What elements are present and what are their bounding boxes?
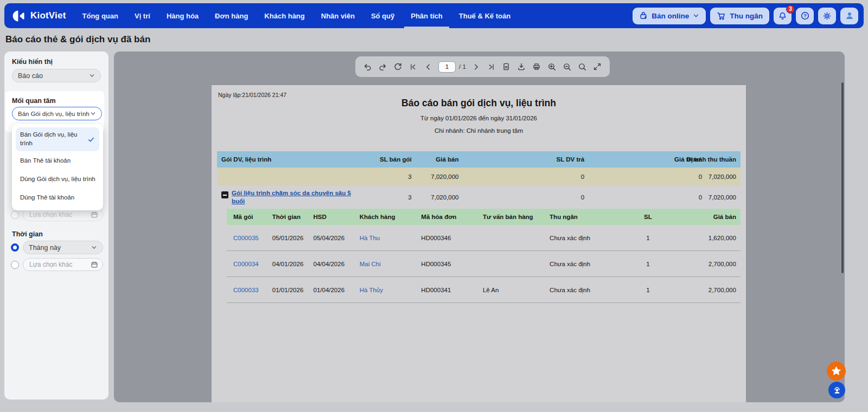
chevron-down-icon bbox=[90, 111, 96, 117]
cell: HD000341 bbox=[417, 287, 478, 293]
notifications-button[interactable]: 3 bbox=[774, 8, 792, 24]
report-branch: Chi nhánh: Chi nhánh trung tâm bbox=[212, 127, 746, 134]
header-cell: SL bán gói bbox=[363, 156, 416, 163]
nav-item-hang-hoa[interactable]: Hàng hóa bbox=[167, 3, 199, 28]
calendar-icon bbox=[91, 211, 98, 218]
nav-item-khach-hang[interactable]: Khách hàng bbox=[264, 3, 304, 28]
download-icon[interactable] bbox=[515, 59, 528, 75]
concern-select[interactable]: Bán Gói dịch vụ, liệu trình bbox=[12, 107, 102, 120]
account-button[interactable] bbox=[840, 8, 858, 24]
search-icon[interactable] bbox=[576, 59, 589, 75]
cart-icon bbox=[717, 11, 726, 21]
collapse-group-icon[interactable] bbox=[221, 191, 228, 198]
group-link[interactable]: Gói liệu trình chăm sóc da chuyên sâu 5 … bbox=[232, 189, 359, 205]
time-preset-value: Tháng này bbox=[29, 244, 61, 252]
customer-link[interactable]: Hà Thủy bbox=[355, 287, 417, 293]
cell: 2,700,000 bbox=[668, 287, 741, 293]
settings-button[interactable] bbox=[818, 8, 836, 24]
package-code-link[interactable]: C000035 bbox=[227, 235, 268, 241]
cell: Chưa xác định bbox=[545, 287, 628, 293]
time-custom-row bbox=[11, 258, 103, 271]
chevron-down-icon bbox=[89, 73, 95, 79]
cell: 05/04/2026 bbox=[309, 235, 355, 241]
cell: 1 bbox=[628, 261, 669, 267]
brand-name: KiotViet bbox=[30, 10, 66, 21]
report-period: Từ ngày 01/01/2026 đến ngày 31/01/2026 bbox=[212, 115, 746, 121]
header-cell: Thu ngân bbox=[545, 214, 628, 220]
zoom-out-icon[interactable] bbox=[560, 59, 574, 75]
table-row: C000033 01/01/2026 01/04/2026 Hà Thủy HD… bbox=[227, 277, 741, 303]
cell: 04/04/2026 bbox=[309, 261, 355, 267]
detail-table-header: Mã gói Thời gian HSD Khách hàng Mã hóa đ… bbox=[227, 209, 741, 225]
display-type-select[interactable]: Báo cáo bbox=[12, 69, 101, 82]
fullscreen-icon[interactable] bbox=[591, 59, 604, 75]
chevron-down-icon bbox=[91, 244, 97, 250]
kiotviet-logo[interactable]: KiotViet bbox=[12, 9, 66, 23]
report-created-at: Ngày lập:21/01/2026 21:47 bbox=[218, 92, 286, 98]
notification-badge: 3 bbox=[786, 5, 795, 14]
page-title: Báo cáo thẻ & gói dịch vụ đã bán bbox=[5, 34, 150, 45]
cell: 01/04/2026 bbox=[309, 287, 355, 293]
help-button[interactable]: ? bbox=[796, 8, 814, 24]
nav-item-phan-tich[interactable]: Phân tích bbox=[411, 3, 443, 28]
support-button[interactable] bbox=[828, 382, 845, 398]
prev-page-icon[interactable] bbox=[422, 59, 435, 75]
group-row: Gói liệu trình chăm sóc da chuyên sâu 5 … bbox=[217, 186, 741, 209]
last-page-icon[interactable] bbox=[484, 59, 498, 75]
check-icon bbox=[87, 136, 95, 144]
display-type-value: Báo cáo bbox=[18, 72, 43, 80]
table-row: C000035 05/01/2026 05/04/2026 Hà Thu HD0… bbox=[227, 225, 741, 251]
cell: Chưa xác định bbox=[545, 235, 628, 241]
table-row: C000034 04/01/2026 04/04/2026 Mai Chi HD… bbox=[227, 251, 741, 277]
header-cell: Mã hóa đơn bbox=[417, 214, 478, 220]
nav-item-so-quy[interactable]: Sổ quỹ bbox=[371, 3, 394, 28]
package-code-link[interactable]: C000034 bbox=[227, 261, 268, 267]
next-page-icon[interactable] bbox=[469, 59, 483, 75]
time-preset-radio[interactable] bbox=[11, 243, 19, 252]
concern-dropdown-panel: Bán Gói dịch vụ, liệu trình Bán Thẻ tài … bbox=[12, 124, 103, 210]
cell: 01/01/2026 bbox=[268, 287, 309, 293]
redo-icon[interactable] bbox=[376, 59, 390, 75]
nav-item-thue-ke-toan[interactable]: Thuế & Kế toán bbox=[459, 3, 510, 28]
time-preset-select[interactable]: Tháng này bbox=[23, 241, 103, 254]
nav-item-don-hang[interactable]: Đơn hàng bbox=[215, 3, 248, 28]
first-page-icon[interactable] bbox=[406, 59, 420, 75]
cell: HD000345 bbox=[417, 261, 478, 267]
undo-icon[interactable] bbox=[361, 59, 374, 75]
total-cell: 0 bbox=[463, 173, 589, 180]
bag-icon bbox=[639, 11, 648, 20]
summary-table-header: Gói DV, liệu trình SL bán gói Giá bán SL… bbox=[217, 151, 741, 168]
display-type-label: Kiểu hiển thị bbox=[12, 58, 53, 66]
ban-online-button[interactable]: Bán online bbox=[633, 8, 706, 24]
concern-value: Bán Gói dịch vụ, liệu trình bbox=[18, 111, 90, 117]
concern-option-ban-goi[interactable]: Bán Gói dịch vụ, liệu trình bbox=[16, 127, 99, 151]
nav-item-vi-tri[interactable]: Vị trí bbox=[135, 3, 150, 28]
nav-item-tong-quan[interactable]: Tổng quan bbox=[82, 3, 118, 28]
time-custom-radio[interactable] bbox=[11, 261, 19, 269]
concern-custom-radio[interactable] bbox=[11, 211, 19, 219]
concern-option-dung-goi[interactable]: Dùng Gói dịch vụ, liệu trình bbox=[16, 170, 99, 188]
nav-actions: Bán online Thu ngân 3 ? bbox=[633, 8, 858, 24]
viewer-scrollbar[interactable] bbox=[841, 82, 844, 273]
zoom-in-icon[interactable] bbox=[545, 59, 559, 75]
print-icon[interactable] bbox=[530, 59, 544, 75]
total-cell: 7,020,000 bbox=[706, 173, 741, 180]
promo-star-button[interactable] bbox=[827, 362, 846, 381]
customer-link[interactable]: Hà Thu bbox=[355, 235, 417, 241]
nav-item-nhan-vien[interactable]: Nhân viên bbox=[321, 3, 355, 28]
thu-ngan-button[interactable]: Thu ngân bbox=[710, 8, 769, 24]
concern-option-ban-the[interactable]: Bán Thẻ tài khoản bbox=[16, 151, 99, 170]
header-cell: HSD bbox=[309, 214, 355, 220]
page-number-input[interactable] bbox=[438, 61, 456, 73]
svg-text:?: ? bbox=[803, 13, 807, 18]
refresh-icon[interactable] bbox=[391, 59, 405, 75]
concern-option-dung-the[interactable]: Dùng Thẻ tài khoản bbox=[16, 188, 99, 207]
detail-table: Mã gói Thời gian HSD Khách hàng Mã hóa đ… bbox=[227, 209, 741, 303]
gear-icon bbox=[822, 11, 832, 21]
package-code-link[interactable]: C000033 bbox=[227, 287, 268, 293]
header-cell: Giá bán bbox=[416, 156, 463, 163]
kiotviet-logo-icon bbox=[12, 9, 25, 23]
document-icon[interactable] bbox=[500, 59, 513, 75]
thu-ngan-label: Thu ngân bbox=[730, 12, 763, 20]
customer-link[interactable]: Mai Chi bbox=[355, 261, 417, 267]
